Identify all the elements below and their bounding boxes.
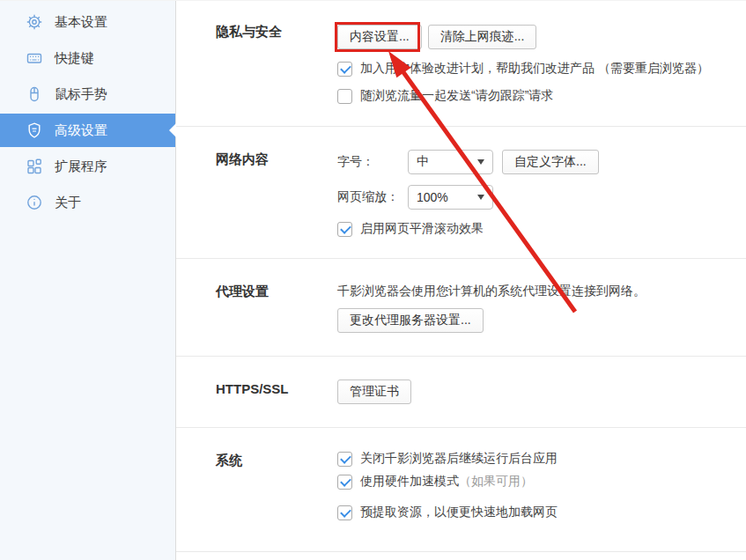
page-zoom-label: 网页缩放： (337, 189, 408, 205)
sidebar-item-label: 基本设置 (55, 14, 107, 31)
section-title: HTTPS/SSL (216, 379, 337, 404)
content-settings-button[interactable]: 内容设置... (337, 25, 422, 49)
settings-content: 隐私与安全 内容设置... 清除上网痕迹... 加入用户体验改进计划，帮助我们改… (176, 1, 746, 560)
smooth-scroll-row: 启用网页平滑滚动效果 (337, 221, 746, 237)
ux-improvement-checkbox[interactable] (337, 62, 352, 77)
mouse-icon (26, 85, 43, 103)
section-title: 隐私与安全 (216, 22, 337, 104)
change-proxy-button[interactable]: 更改代理服务器设置... (337, 308, 484, 333)
background-apps-row: 关闭千影浏览器后继续运行后台应用 (337, 451, 746, 467)
section-https-ssl: HTTPS/SSL 管理证书 (176, 357, 746, 428)
section-title: 系统 (216, 451, 337, 520)
section-title: 网络内容 (216, 150, 337, 237)
shield-icon (26, 122, 43, 139)
section-title: 代理设置 (216, 282, 337, 333)
prefetch-label[interactable]: 预提取资源，以便更快速地加载网页 (360, 505, 558, 520)
clear-browsing-traces-button[interactable]: 清除上网痕迹... (428, 25, 537, 49)
ux-improvement-row: 加入用户体验改进计划，帮助我们改进产品 （需要重启浏览器） (337, 61, 746, 77)
sidebar-item-basic-settings[interactable]: 基本设置 (0, 5, 175, 39)
info-icon (26, 194, 43, 211)
extensions-icon (26, 158, 43, 175)
sidebar-item-label: 关于 (55, 195, 81, 211)
sidebar-item-about[interactable]: 关于 (0, 186, 175, 219)
background-apps-label[interactable]: 关闭千影浏览器后继续运行后台应用 (360, 451, 558, 467)
font-size-select[interactable]: 中 (408, 150, 493, 174)
smooth-scroll-label[interactable]: 启用网页平滑滚动效果 (360, 221, 484, 237)
smooth-scroll-checkbox[interactable] (337, 222, 352, 237)
proxy-description: 千影浏览器会使用您计算机的系统代理设置连接到网络。 (337, 282, 746, 299)
section-system: 系统 关闭千影浏览器后继续运行后台应用 使用硬件加速模式（如果可用） 预提取资源… (176, 428, 746, 552)
section-privacy-security: 隐私与安全 内容设置... 清除上网痕迹... 加入用户体验改进计划，帮助我们改… (176, 1, 746, 127)
keyboard-icon (26, 49, 43, 67)
page-zoom-select[interactable]: 100% (408, 185, 493, 210)
hardware-accel-row: 使用硬件加速模式（如果可用） (337, 474, 746, 490)
section-proxy-settings: 代理设置 千影浏览器会使用您计算机的系统代理设置连接到网络。 更改代理服务器设置… (176, 259, 746, 357)
sidebar-item-extensions[interactable]: 扩展程序 (0, 150, 175, 183)
font-size-value: 中 (417, 154, 429, 170)
hardware-accel-checkbox[interactable] (337, 475, 352, 490)
prefetch-row: 预提取资源，以便更快速地加载网页 (337, 505, 746, 520)
section-web-content: 网络内容 字号： 中 自定义字体... 网页缩放： 100% (176, 127, 746, 259)
ux-improvement-label[interactable]: 加入用户体验改进计划，帮助我们改进产品 （需要重启浏览器） (360, 61, 709, 77)
gear-icon (26, 13, 43, 31)
sidebar-item-label: 扩展程序 (55, 158, 107, 175)
sidebar-item-mouse-gestures[interactable]: 鼠标手势 (0, 77, 175, 111)
hardware-accel-note: （如果可用） (459, 474, 533, 488)
chevron-down-icon (477, 159, 484, 165)
sidebar-item-advanced-settings[interactable]: 高级设置 (0, 114, 175, 147)
font-size-label: 字号： (337, 154, 408, 170)
page-zoom-value: 100% (417, 190, 448, 204)
sidebar-item-label: 高级设置 (55, 122, 107, 139)
do-not-track-label[interactable]: 随浏览流量一起发送“请勿跟踪”请求 (360, 88, 553, 104)
sidebar-item-label: 快捷键 (55, 50, 94, 67)
chevron-down-icon (477, 195, 484, 200)
sidebar-item-shortcuts[interactable]: 快捷键 (0, 41, 175, 75)
sidebar-item-label: 鼠标手势 (55, 86, 107, 103)
do-not-track-checkbox[interactable] (337, 89, 352, 104)
manage-certificates-button[interactable]: 管理证书 (337, 379, 411, 404)
prefetch-checkbox[interactable] (337, 505, 352, 520)
background-apps-checkbox[interactable] (337, 452, 352, 467)
do-not-track-row: 随浏览流量一起发送“请勿跟踪”请求 (337, 88, 746, 104)
custom-font-button[interactable]: 自定义字体... (502, 150, 599, 174)
settings-window: 基本设置 快捷键 鼠标手势 (0, 0, 746, 560)
hardware-accel-label[interactable]: 使用硬件加速模式（如果可用） (360, 474, 533, 490)
settings-sidebar: 基本设置 快捷键 鼠标手势 (0, 1, 176, 560)
